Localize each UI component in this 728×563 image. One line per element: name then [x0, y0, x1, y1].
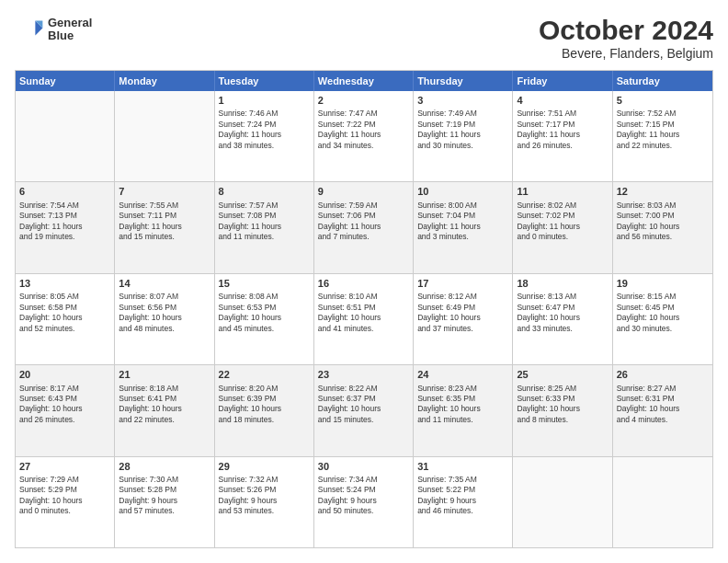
day-number: 1: [219, 94, 310, 107]
table-row: 12Sunrise: 8:03 AM Sunset: 7:00 PM Dayli…: [613, 182, 712, 272]
day-number: 2: [318, 94, 409, 107]
day-info: Sunrise: 8:05 AM Sunset: 6:58 PM Dayligh…: [19, 292, 110, 334]
day-info: Sunrise: 8:03 AM Sunset: 7:00 PM Dayligh…: [617, 201, 709, 243]
day-info: Sunrise: 7:52 AM Sunset: 7:15 PM Dayligh…: [617, 109, 709, 151]
day-number: 30: [318, 460, 409, 473]
day-info: Sunrise: 7:46 AM Sunset: 7:24 PM Dayligh…: [219, 109, 310, 151]
calendar-week-1: 1Sunrise: 7:46 AM Sunset: 7:24 PM Daylig…: [16, 91, 712, 182]
day-number: 9: [318, 185, 409, 198]
day-info: Sunrise: 8:22 AM Sunset: 6:37 PM Dayligh…: [318, 384, 409, 426]
table-row: 6Sunrise: 7:54 AM Sunset: 7:13 PM Daylig…: [16, 182, 115, 272]
day-number: 28: [119, 460, 210, 473]
calendar-header: Sunday Monday Tuesday Wednesday Thursday…: [16, 71, 712, 91]
day-info: Sunrise: 8:08 AM Sunset: 6:53 PM Dayligh…: [219, 292, 310, 334]
title-block: October 2024 Bevere, Flanders, Belgium: [539, 15, 713, 61]
day-number: 7: [119, 185, 210, 198]
table-row: 10Sunrise: 8:00 AM Sunset: 7:04 PM Dayli…: [414, 182, 513, 272]
table-row: 24Sunrise: 8:23 AM Sunset: 6:35 PM Dayli…: [414, 365, 513, 455]
day-info: Sunrise: 8:12 AM Sunset: 6:49 PM Dayligh…: [417, 292, 508, 334]
day-number: 5: [617, 94, 709, 107]
table-row: 22Sunrise: 8:20 AM Sunset: 6:39 PM Dayli…: [215, 365, 314, 455]
calendar-week-3: 13Sunrise: 8:05 AM Sunset: 6:58 PM Dayli…: [16, 274, 712, 365]
table-row: 2Sunrise: 7:47 AM Sunset: 7:22 PM Daylig…: [314, 91, 414, 181]
day-number: 3: [417, 94, 508, 107]
day-number: 31: [417, 460, 508, 473]
header-tuesday: Tuesday: [215, 71, 314, 91]
table-row: 28Sunrise: 7:30 AM Sunset: 5:28 PM Dayli…: [115, 457, 214, 547]
day-info: Sunrise: 7:51 AM Sunset: 7:17 PM Dayligh…: [517, 109, 608, 151]
table-row: 20Sunrise: 8:17 AM Sunset: 6:43 PM Dayli…: [16, 365, 115, 455]
logo-line1: General: [48, 17, 92, 29]
day-number: 19: [617, 277, 709, 290]
day-info: Sunrise: 8:15 AM Sunset: 6:45 PM Dayligh…: [617, 292, 709, 334]
day-number: 15: [219, 277, 310, 290]
page: General Blue October 2024 Bevere, Flande…: [0, 0, 728, 563]
header-saturday: Saturday: [613, 71, 712, 91]
table-row: 27Sunrise: 7:29 AM Sunset: 5:29 PM Dayli…: [16, 457, 115, 547]
day-number: 26: [617, 368, 709, 381]
table-row: [16, 91, 115, 181]
calendar-week-2: 6Sunrise: 7:54 AM Sunset: 7:13 PM Daylig…: [16, 182, 712, 273]
table-row: 30Sunrise: 7:34 AM Sunset: 5:24 PM Dayli…: [314, 457, 414, 547]
day-info: Sunrise: 7:34 AM Sunset: 5:24 PM Dayligh…: [318, 475, 409, 517]
day-number: 24: [417, 368, 508, 381]
table-row: 19Sunrise: 8:15 AM Sunset: 6:45 PM Dayli…: [613, 274, 712, 364]
calendar-week-4: 20Sunrise: 8:17 AM Sunset: 6:43 PM Dayli…: [16, 365, 712, 456]
day-number: 10: [417, 185, 508, 198]
day-info: Sunrise: 7:32 AM Sunset: 5:26 PM Dayligh…: [219, 475, 310, 517]
calendar-body: 1Sunrise: 7:46 AM Sunset: 7:24 PM Daylig…: [16, 91, 712, 547]
day-number: 22: [219, 368, 310, 381]
logo-text: General Blue: [48, 17, 92, 43]
header-friday: Friday: [513, 71, 612, 91]
table-row: 4Sunrise: 7:51 AM Sunset: 7:17 PM Daylig…: [513, 91, 612, 181]
header-wednesday: Wednesday: [314, 71, 414, 91]
day-number: 13: [19, 277, 110, 290]
day-info: Sunrise: 8:27 AM Sunset: 6:31 PM Dayligh…: [617, 384, 709, 426]
day-number: 23: [318, 368, 409, 381]
day-info: Sunrise: 7:47 AM Sunset: 7:22 PM Dayligh…: [318, 109, 409, 151]
table-row: 25Sunrise: 8:25 AM Sunset: 6:33 PM Dayli…: [513, 365, 612, 455]
logo: General Blue: [15, 15, 92, 44]
header-thursday: Thursday: [414, 71, 513, 91]
day-info: Sunrise: 8:07 AM Sunset: 6:56 PM Dayligh…: [119, 292, 210, 334]
table-row: 17Sunrise: 8:12 AM Sunset: 6:49 PM Dayli…: [414, 274, 513, 364]
day-info: Sunrise: 8:25 AM Sunset: 6:33 PM Dayligh…: [517, 384, 608, 426]
day-number: 4: [517, 94, 608, 107]
day-number: 17: [417, 277, 508, 290]
day-number: 27: [19, 460, 110, 473]
table-row: 26Sunrise: 8:27 AM Sunset: 6:31 PM Dayli…: [613, 365, 712, 455]
table-row: [513, 457, 612, 547]
table-row: 15Sunrise: 8:08 AM Sunset: 6:53 PM Dayli…: [215, 274, 314, 364]
table-row: 11Sunrise: 8:02 AM Sunset: 7:02 PM Dayli…: [513, 182, 612, 272]
day-number: 6: [19, 185, 110, 198]
day-number: 20: [19, 368, 110, 381]
day-info: Sunrise: 8:13 AM Sunset: 6:47 PM Dayligh…: [517, 292, 608, 334]
day-info: Sunrise: 7:59 AM Sunset: 7:06 PM Dayligh…: [318, 201, 409, 243]
day-info: Sunrise: 7:29 AM Sunset: 5:29 PM Dayligh…: [19, 475, 110, 517]
day-info: Sunrise: 8:23 AM Sunset: 6:35 PM Dayligh…: [417, 384, 508, 426]
calendar-subtitle: Bevere, Flanders, Belgium: [539, 46, 713, 61]
calendar-week-5: 27Sunrise: 7:29 AM Sunset: 5:29 PM Dayli…: [16, 457, 712, 547]
day-number: 29: [219, 460, 310, 473]
day-info: Sunrise: 7:30 AM Sunset: 5:28 PM Dayligh…: [119, 475, 210, 517]
table-row: 23Sunrise: 8:22 AM Sunset: 6:37 PM Dayli…: [314, 365, 414, 455]
logo-icon: [15, 15, 44, 44]
day-number: 25: [517, 368, 608, 381]
calendar-title: October 2024: [539, 15, 713, 46]
day-info: Sunrise: 8:20 AM Sunset: 6:39 PM Dayligh…: [219, 384, 310, 426]
header-monday: Monday: [115, 71, 214, 91]
day-info: Sunrise: 7:49 AM Sunset: 7:19 PM Dayligh…: [417, 109, 508, 151]
table-row: [115, 91, 214, 181]
table-row: [613, 457, 712, 547]
day-number: 18: [517, 277, 608, 290]
day-number: 14: [119, 277, 210, 290]
table-row: 5Sunrise: 7:52 AM Sunset: 7:15 PM Daylig…: [613, 91, 712, 181]
day-number: 21: [119, 368, 210, 381]
day-info: Sunrise: 7:54 AM Sunset: 7:13 PM Dayligh…: [19, 201, 110, 243]
table-row: 3Sunrise: 7:49 AM Sunset: 7:19 PM Daylig…: [414, 91, 513, 181]
day-info: Sunrise: 8:02 AM Sunset: 7:02 PM Dayligh…: [517, 201, 608, 243]
day-info: Sunrise: 7:57 AM Sunset: 7:08 PM Dayligh…: [219, 201, 310, 243]
table-row: 14Sunrise: 8:07 AM Sunset: 6:56 PM Dayli…: [115, 274, 214, 364]
day-info: Sunrise: 8:10 AM Sunset: 6:51 PM Dayligh…: [318, 292, 409, 334]
day-info: Sunrise: 7:55 AM Sunset: 7:11 PM Dayligh…: [119, 201, 210, 243]
